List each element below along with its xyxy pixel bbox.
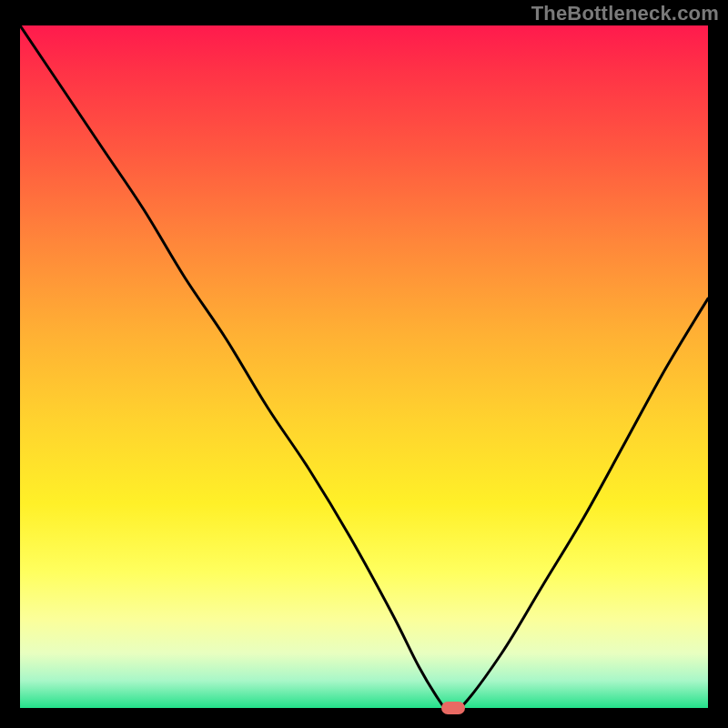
bottleneck-curve (20, 25, 708, 708)
watermark-text: TheBottleneck.com (531, 2, 719, 25)
optimal-point-marker (441, 702, 465, 714)
chart-frame: TheBottleneck.com (0, 0, 728, 728)
plot-area (20, 25, 708, 708)
